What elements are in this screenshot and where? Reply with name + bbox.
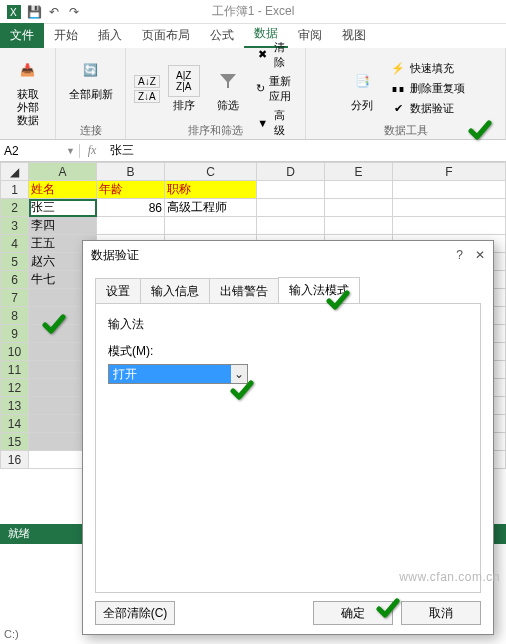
- sort-icon: A|ZZ|A: [168, 65, 200, 97]
- row-header[interactable]: 5: [1, 253, 29, 271]
- cell[interactable]: 张三: [29, 199, 97, 217]
- cell[interactable]: 年龄: [97, 181, 165, 199]
- row-header[interactable]: 6: [1, 271, 29, 289]
- col-header-D[interactable]: D: [257, 163, 325, 181]
- cell[interactable]: [325, 199, 393, 217]
- get-external-data-button[interactable]: 📥 获取 外部数据: [8, 52, 48, 130]
- group-datatools-label: 数据工具: [306, 123, 505, 138]
- row-header[interactable]: 2: [1, 199, 29, 217]
- tab-view[interactable]: 视图: [332, 23, 376, 48]
- row-header[interactable]: 11: [1, 361, 29, 379]
- filter-icon: [212, 65, 244, 97]
- footer-text: C:): [4, 628, 19, 640]
- removedup-icon: ∎∎: [390, 81, 406, 97]
- dialog-tab-settings[interactable]: 设置: [95, 278, 141, 304]
- row-header[interactable]: 12: [1, 379, 29, 397]
- row-header[interactable]: 3: [1, 217, 29, 235]
- cell[interactable]: 姓名: [29, 181, 97, 199]
- save-icon[interactable]: 💾: [26, 4, 42, 20]
- mode-select[interactable]: 打开 ⌄: [108, 364, 248, 384]
- ribbon: 📥 获取 外部数据 🔄 全部刷新 连接 A↓Z Z↓A A|ZZ|A 排序: [0, 48, 506, 140]
- close-icon[interactable]: ✕: [475, 248, 485, 262]
- sort-asc-icon[interactable]: A↓Z: [134, 75, 160, 88]
- help-icon[interactable]: ?: [456, 248, 463, 262]
- namebox-dropdown-icon[interactable]: ▼: [66, 146, 75, 156]
- refresh-label: 全部刷新: [69, 88, 113, 101]
- watermark: www.cfan.com.cn: [399, 570, 500, 584]
- reapply-button[interactable]: ↻重新应用: [252, 73, 297, 105]
- data-validation-button[interactable]: ✔数据验证: [386, 100, 469, 118]
- row-header[interactable]: 16: [1, 451, 29, 469]
- external-data-icon: 📥: [12, 54, 44, 86]
- row-header[interactable]: 9: [1, 325, 29, 343]
- row-header[interactable]: 8: [1, 307, 29, 325]
- formula-bar[interactable]: 张三: [104, 142, 506, 159]
- cell[interactable]: [325, 181, 393, 199]
- mode-field-label: 模式(M):: [108, 343, 468, 360]
- row-header[interactable]: 14: [1, 415, 29, 433]
- cell[interactable]: [257, 181, 325, 199]
- redo-icon[interactable]: ↷: [66, 4, 82, 20]
- cell[interactable]: [257, 199, 325, 217]
- dialog-tab-error[interactable]: 出错警告: [209, 278, 279, 304]
- ime-section-label: 输入法: [108, 316, 468, 333]
- text-to-columns-button[interactable]: 📑 分列: [342, 63, 382, 114]
- window-title: 工作簿1 - Excel: [212, 3, 295, 20]
- cell[interactable]: [165, 217, 257, 235]
- excel-icon: X: [6, 4, 22, 20]
- cancel-button[interactable]: 取消: [401, 601, 481, 625]
- cell[interactable]: 李四: [29, 217, 97, 235]
- tab-home[interactable]: 开始: [44, 23, 88, 48]
- cell[interactable]: [393, 217, 506, 235]
- dialog-tab-input[interactable]: 输入信息: [140, 278, 210, 304]
- row-header[interactable]: 1: [1, 181, 29, 199]
- clear-all-button[interactable]: 全部清除(C): [95, 601, 175, 625]
- name-box[interactable]: A2 ▼: [0, 144, 80, 158]
- group-sort-label: 排序和筛选: [126, 123, 305, 138]
- cell[interactable]: 高级工程师: [165, 199, 257, 217]
- row-header[interactable]: 13: [1, 397, 29, 415]
- dialog-title: 数据验证: [91, 247, 139, 264]
- col-header-F[interactable]: F: [393, 163, 506, 181]
- sort-desc-icon[interactable]: Z↓A: [134, 90, 160, 103]
- refresh-all-button[interactable]: 🔄 全部刷新: [65, 52, 117, 103]
- select-all-corner[interactable]: ◢: [1, 163, 29, 181]
- ok-button[interactable]: 确定: [313, 601, 393, 625]
- group-connections-label: 连接: [56, 123, 125, 138]
- col-header-C[interactable]: C: [165, 163, 257, 181]
- remove-duplicates-button[interactable]: ∎∎删除重复项: [386, 80, 469, 98]
- col-header-E[interactable]: E: [325, 163, 393, 181]
- tab-insert[interactable]: 插入: [88, 23, 132, 48]
- fx-icon[interactable]: fx: [80, 143, 104, 158]
- cell[interactable]: [325, 217, 393, 235]
- status-text: 就绪: [8, 527, 30, 539]
- cell[interactable]: [393, 199, 506, 217]
- tab-formula[interactable]: 公式: [200, 23, 244, 48]
- dialog-tab-ime[interactable]: 输入法模式: [278, 277, 360, 303]
- tab-file[interactable]: 文件: [0, 23, 44, 48]
- texttocols-label: 分列: [351, 99, 373, 112]
- filter-button[interactable]: 筛选: [208, 63, 248, 114]
- cell[interactable]: [393, 181, 506, 199]
- cell[interactable]: 职称: [165, 181, 257, 199]
- refresh-icon: 🔄: [75, 54, 107, 86]
- row-header[interactable]: 10: [1, 343, 29, 361]
- texttocols-icon: 📑: [346, 65, 378, 97]
- clear-icon: ✖: [256, 47, 270, 63]
- mode-value: 打开: [113, 366, 137, 383]
- clear-filter-button[interactable]: ✖清除: [252, 39, 297, 71]
- cell[interactable]: [257, 217, 325, 235]
- cell[interactable]: [97, 217, 165, 235]
- row-header[interactable]: 15: [1, 433, 29, 451]
- sort-button[interactable]: A|ZZ|A 排序: [164, 63, 204, 114]
- col-header-B[interactable]: B: [97, 163, 165, 181]
- flashfill-icon: ⚡: [390, 61, 406, 77]
- row-header[interactable]: 7: [1, 289, 29, 307]
- filter-label: 筛选: [217, 99, 239, 112]
- undo-icon[interactable]: ↶: [46, 4, 62, 20]
- tab-layout[interactable]: 页面布局: [132, 23, 200, 48]
- row-header[interactable]: 4: [1, 235, 29, 253]
- cell[interactable]: 86: [97, 199, 165, 217]
- col-header-A[interactable]: A: [29, 163, 97, 181]
- flash-fill-button[interactable]: ⚡快速填充: [386, 60, 469, 78]
